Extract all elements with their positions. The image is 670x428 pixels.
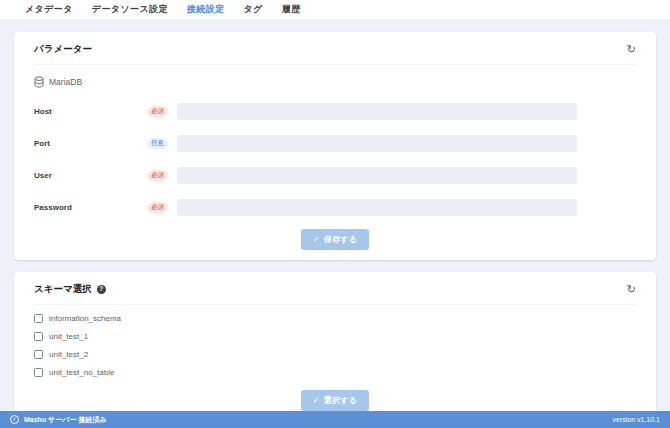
db-type-label: MariaDB xyxy=(49,77,82,87)
db-type-row: MariaDB xyxy=(34,76,636,88)
connected-check-icon: ✓ xyxy=(10,415,19,424)
schema-item: unit_test_1 xyxy=(34,332,636,341)
port-label: Port xyxy=(34,139,147,148)
schema-checkbox[interactable] xyxy=(34,350,43,359)
tab-history[interactable]: 履歴 xyxy=(282,3,301,16)
database-icon xyxy=(34,76,44,88)
tab-metadata[interactable]: メタデータ xyxy=(25,3,73,16)
select-button-label: 選択する xyxy=(324,395,358,406)
tab-connection-settings[interactable]: 接続設定 xyxy=(187,3,225,16)
save-button[interactable]: ✓ 保存する xyxy=(301,229,370,250)
host-field-row: Host 必須 xyxy=(34,103,636,120)
required-badge: 必須 xyxy=(147,106,168,117)
schema-checkbox[interactable] xyxy=(34,314,43,323)
parameters-panel-header: パラメーター ↻ xyxy=(34,32,636,65)
tab-datasource-settings[interactable]: データソース設定 xyxy=(92,3,168,16)
main-content: パラメーター ↻ MariaDB Host 必須 Port 任意 xyxy=(0,20,670,421)
host-input[interactable] xyxy=(177,103,577,120)
check-icon: ✓ xyxy=(313,396,320,405)
connection-status-label: Mashu サーバー 接続済み xyxy=(24,415,107,425)
password-field-row: Password 必須 xyxy=(34,199,636,216)
port-input[interactable] xyxy=(177,135,577,152)
schema-name: information_schema xyxy=(49,314,121,323)
user-label: User xyxy=(34,171,147,180)
user-field-row: User 必須 xyxy=(34,167,636,184)
check-icon: ✓ xyxy=(313,235,320,244)
refresh-icon[interactable]: ↻ xyxy=(627,284,636,295)
top-nav: メタデータ データソース設定 接続設定 タグ 履歴 xyxy=(0,0,670,20)
password-input[interactable] xyxy=(177,199,577,216)
status-bar: ✓ Mashu サーバー 接続済み version v1.10.1 xyxy=(0,411,670,428)
schema-item: unit_test_2 xyxy=(34,350,636,359)
required-badge: 必須 xyxy=(147,170,168,181)
parameters-panel-title: パラメーター xyxy=(34,43,92,56)
schema-panel-header: スキーマ選択 ? ↻ xyxy=(34,272,636,305)
user-input[interactable] xyxy=(177,167,577,184)
port-field-row: Port 任意 xyxy=(34,135,636,152)
schema-item: information_schema xyxy=(34,314,636,323)
schema-item: unit_test_no_table xyxy=(34,368,636,377)
schema-list: information_schema unit_test_1 unit_test… xyxy=(34,314,636,377)
help-icon[interactable]: ? xyxy=(97,285,106,294)
password-label: Password xyxy=(34,203,147,212)
schema-name: unit_test_no_table xyxy=(49,368,114,377)
schema-panel: スキーマ選択 ? ↻ information_schema unit_test_… xyxy=(14,272,656,421)
schema-name: unit_test_1 xyxy=(49,332,88,341)
save-button-label: 保存する xyxy=(324,234,358,245)
host-label: Host xyxy=(34,107,147,116)
refresh-icon[interactable]: ↻ xyxy=(627,44,636,55)
parameters-panel: パラメーター ↻ MariaDB Host 必須 Port 任意 xyxy=(14,32,656,260)
required-badge: 必須 xyxy=(147,202,168,213)
version-label: version v1.10.1 xyxy=(613,416,660,423)
schema-panel-title: スキーマ選択 xyxy=(34,283,92,296)
select-button[interactable]: ✓ 選択する xyxy=(301,390,370,411)
tab-tags[interactable]: タグ xyxy=(244,3,263,16)
schema-checkbox[interactable] xyxy=(34,368,43,377)
schema-name: unit_test_2 xyxy=(49,350,88,359)
schema-checkbox[interactable] xyxy=(34,332,43,341)
optional-badge: 任意 xyxy=(147,138,168,149)
